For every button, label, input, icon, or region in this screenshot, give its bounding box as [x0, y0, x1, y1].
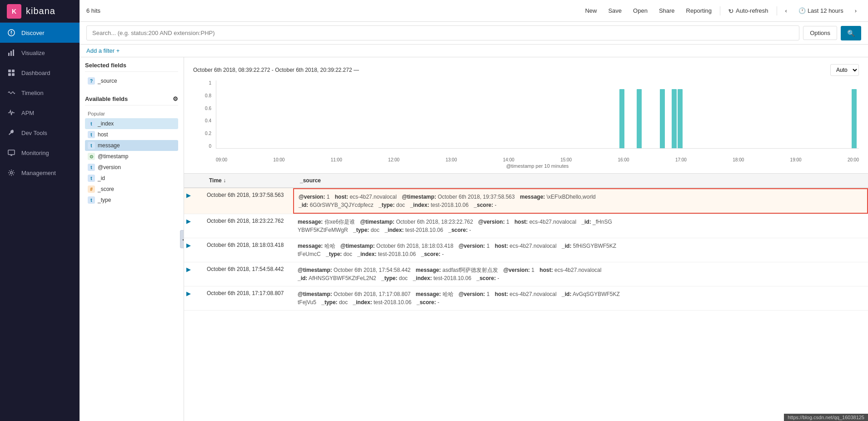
expand-row-button[interactable]: ▶	[184, 238, 202, 262]
table-row: ▶ October 6th 2018, 17:17:08.807 @timest…	[184, 286, 868, 311]
chart-bar-group[interactable]	[619, 89, 624, 148]
table-row: ▶ October 6th 2018, 17:54:58.442 @timest…	[184, 262, 868, 286]
chart-bar	[619, 89, 624, 148]
field-item-source[interactable]: ? _source	[85, 75, 178, 86]
url-text: https://blog.csdn.net/qq_16038125	[788, 415, 864, 420]
expand-row-button[interactable]: ▶	[184, 262, 202, 286]
sidebar-item-timelion[interactable]: Timelion	[0, 83, 80, 103]
field-name: _source	[98, 78, 117, 84]
sidebar-item-visualize[interactable]: Visualize	[0, 43, 80, 63]
share-button[interactable]: Share	[654, 5, 679, 17]
field-item-id[interactable]: t _id	[85, 173, 178, 184]
field-type-badge: ⊙	[88, 153, 95, 160]
chart-bar-group[interactable]	[672, 89, 677, 148]
field-item-index[interactable]: t _index	[85, 118, 178, 129]
svg-rect-3	[8, 53, 10, 56]
source-cell: message: 你xe6你是谁 @timestamp: October 6th…	[293, 214, 868, 238]
x-label: 12:00	[388, 157, 399, 162]
field-item-message[interactable]: t message	[85, 140, 178, 151]
search-input-wrap	[86, 25, 799, 40]
grid-icon	[7, 68, 16, 77]
chart-bar	[672, 89, 677, 148]
logo-icon: K	[7, 4, 21, 19]
interval-select[interactable]: Auto	[830, 64, 859, 76]
field-item-score[interactable]: # _score	[85, 184, 178, 195]
autorefresh-button[interactable]: ↻ Auto-refresh	[724, 5, 773, 17]
sidebar-item-label: Monitoring	[21, 150, 49, 156]
chart-y-axis: 1 0.8 0.6 0.4 0.2 0	[193, 80, 214, 149]
new-button[interactable]: New	[580, 5, 601, 17]
chart-bar-group[interactable]	[637, 89, 642, 148]
expand-row-button[interactable]: ▶	[184, 214, 202, 238]
monitor-icon	[7, 148, 16, 157]
field-item-timestamp[interactable]: ⊙ @timestamp	[85, 151, 178, 162]
filter-bar: Add a filter +	[80, 45, 868, 57]
sidebar-item-dashboard[interactable]: Dashboard	[0, 63, 80, 83]
field-type-badge: t	[88, 120, 95, 127]
field-type-badge: t	[88, 164, 95, 171]
prev-time-button[interactable]: ‹	[781, 5, 792, 17]
save-button[interactable]: Save	[604, 5, 626, 17]
chart-bar	[678, 89, 683, 148]
expand-row-button[interactable]: ▶	[184, 286, 202, 310]
wrench-icon	[7, 128, 16, 137]
table-header: Time ↓ _source	[184, 174, 868, 188]
field-item-type[interactable]: t _type	[85, 195, 178, 205]
options-button[interactable]: Options	[803, 26, 837, 40]
open-button[interactable]: Open	[629, 5, 652, 17]
hits-count: 6 hits	[86, 7, 100, 14]
time-col-header[interactable]: Time ↓	[209, 177, 300, 184]
search-submit-button[interactable]: 🔍	[841, 26, 861, 40]
field-type-badge: t	[88, 142, 95, 149]
x-label: 09:00	[216, 157, 227, 162]
settings-icon[interactable]: ⚙	[173, 95, 178, 102]
sidebar-item-label: APM	[21, 110, 34, 116]
field-item-host[interactable]: t host	[85, 129, 178, 140]
field-type-badge: t	[88, 196, 95, 204]
sidebar-item-devtools[interactable]: Dev Tools	[0, 123, 80, 143]
available-fields-section: Available fields ⚙ Popular t _index t ho…	[80, 91, 184, 210]
chart-header: October 6th 2018, 08:39:22.272 - October…	[193, 64, 859, 76]
x-label: 10:00	[273, 157, 284, 162]
source-cell: @version: 1 host: ecs-4b27.novalocal @ti…	[293, 188, 868, 214]
x-label: 18:00	[733, 157, 744, 162]
sidebar-item-management[interactable]: Management	[0, 163, 80, 183]
field-type-badge: t	[88, 131, 95, 138]
svg-point-13	[10, 172, 13, 174]
sidebar-item-apm[interactable]: APM	[0, 103, 80, 123]
search-bar: Options 🔍	[80, 22, 868, 45]
field-name: _score	[98, 186, 114, 192]
x-label: 11:00	[331, 157, 342, 162]
topbar-actions: New Save Open Share Reporting ↻ Auto-ref…	[580, 5, 861, 17]
time-range-button[interactable]: 🕐 Last 12 hours	[794, 5, 848, 17]
table-row: ▶ October 6th 2018, 19:37:58.563 @versio…	[184, 188, 868, 214]
sidebar-item-discover[interactable]: Discover	[0, 23, 80, 43]
field-type-badge: #	[88, 185, 95, 193]
collapse-panel-button[interactable]: ◀	[180, 230, 184, 248]
time-cell: October 6th 2018, 17:54:58.442	[202, 262, 293, 286]
chart-x-axis: 09:00 10:00 11:00 12:00 13:00 14:00 15:0…	[216, 157, 859, 162]
sidebar-item-monitoring[interactable]: Monitoring	[0, 143, 80, 163]
reporting-button[interactable]: Reporting	[682, 5, 716, 17]
chart-bar-group[interactable]	[660, 89, 665, 148]
chart-bar-group[interactable]	[678, 89, 683, 148]
chart-bar-group[interactable]	[852, 89, 857, 148]
time-cell: October 6th 2018, 19:37:58.563	[202, 188, 293, 214]
field-name: _id	[98, 175, 105, 181]
search-input[interactable]	[86, 25, 799, 40]
expand-row-button[interactable]: ▶	[184, 188, 202, 214]
popular-section-label: Popular	[88, 111, 105, 116]
field-item-version[interactable]: t @version	[85, 162, 178, 173]
expand-col-header	[191, 177, 209, 184]
sort-icon: ↓	[223, 177, 226, 184]
activity-icon	[7, 108, 16, 117]
time-cell: October 6th 2018, 17:17:08.807	[202, 286, 293, 310]
x-label: 15:00	[560, 157, 572, 162]
logo-letter: K	[12, 8, 16, 15]
source-cell: @timestamp: October 6th 2018, 17:54:58.4…	[293, 262, 868, 286]
svg-rect-8	[8, 73, 11, 76]
add-filter-button[interactable]: Add a filter +	[86, 47, 120, 54]
results-area: October 6th 2018, 08:39:22.272 - October…	[184, 57, 868, 421]
next-time-button[interactable]: ›	[850, 5, 861, 17]
sidebar-item-label: Dev Tools	[21, 130, 47, 136]
